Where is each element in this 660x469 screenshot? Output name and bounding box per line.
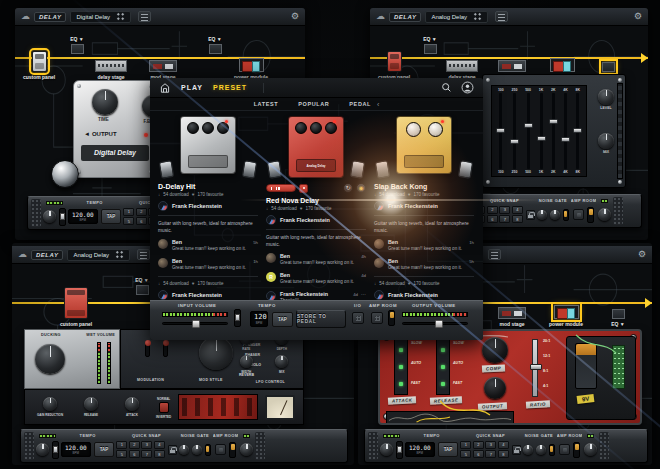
amp-room-toggle[interactable] [573, 442, 580, 458]
cloud-sync-icon[interactable]: ☁ [376, 12, 385, 21]
preset-author[interactable]: Frank Fleckenstein [158, 201, 258, 211]
gate-threshold-knob[interactable] [523, 445, 533, 455]
eq-band-slider-500[interactable] [527, 93, 530, 169]
modulation-toggle-2[interactable] [163, 342, 168, 357]
snapshot-lock-button[interactable] [526, 210, 535, 220]
gate-toggle[interactable] [205, 444, 211, 456]
amp-room-toggle[interactable] [229, 442, 236, 458]
lfo-mix-knob[interactable] [275, 355, 288, 368]
quick-snap-button-8[interactable]: 8 [154, 450, 165, 458]
attack-knob[interactable] [125, 397, 139, 411]
preset-card[interactable]: Analog Delay↻◉Red Nova Delay↓54 download… [266, 114, 366, 300]
quick-snap-button-3[interactable]: 3 [499, 206, 510, 214]
amp-room-button[interactable] [573, 209, 584, 220]
chain-item-delay-stage[interactable]: delay stage [440, 36, 484, 80]
preset-author[interactable]: Frank Fleckenstein [158, 290, 258, 300]
eq-mix-knob[interactable] [598, 133, 614, 149]
amp-room-toggle[interactable] [587, 207, 594, 223]
quick-snap-button-5[interactable]: 5 [116, 450, 127, 458]
preview-player[interactable] [266, 184, 296, 192]
preset-selector[interactable]: Digital Delay [70, 11, 131, 23]
quick-snap-button-5[interactable]: 5 [123, 217, 134, 225]
gear-icon[interactable]: ⚙ [291, 12, 299, 21]
io-button[interactable] [352, 312, 364, 324]
input-fader[interactable] [52, 441, 59, 459]
eq-band-slider-4K[interactable] [564, 93, 567, 169]
output-level-knob[interactable] [598, 208, 611, 221]
stop-button[interactable] [299, 184, 308, 193]
preset-author[interactable]: Frank Fleckenstein [374, 290, 474, 300]
tab-preset[interactable]: PRESET [213, 84, 247, 91]
gate-decay-knob[interactable] [550, 210, 560, 220]
cloud-sync-icon[interactable]: ☁ [21, 12, 30, 21]
input-level-knob[interactable] [43, 210, 56, 223]
polarity-rocker[interactable] [159, 402, 169, 413]
quick-snap-button-7[interactable]: 7 [485, 450, 496, 458]
release-selector[interactable] [436, 339, 450, 395]
quick-snap-button-3[interactable]: 3 [485, 441, 496, 449]
menu-icon[interactable] [137, 249, 150, 260]
input-fader[interactable] [396, 441, 403, 459]
more-options-icon[interactable]: ⋯ [361, 291, 366, 297]
output-level-knob[interactable] [584, 443, 597, 456]
input-level-knob[interactable] [380, 443, 393, 456]
quick-snap-button-4[interactable]: 4 [154, 441, 165, 449]
tab-pedal[interactable]: PEDAL [349, 101, 371, 107]
snapshot-lock-button[interactable] [512, 445, 521, 455]
gear-icon[interactable]: ⚙ [634, 12, 642, 21]
amp-room-button[interactable] [559, 444, 570, 455]
menu-icon[interactable] [138, 11, 151, 22]
tab-latest[interactable]: LATEST [254, 101, 279, 107]
comp-knob[interactable] [482, 337, 508, 363]
ratio-slider[interactable] [532, 339, 538, 397]
eq-band-slider-1K[interactable] [540, 93, 543, 169]
quick-snap-button-6[interactable]: 6 [129, 450, 140, 458]
quick-snap-button-1[interactable]: 1 [116, 441, 127, 449]
lfo-width-knob[interactable] [240, 355, 253, 368]
footswitch-dome[interactable] [51, 160, 79, 188]
quick-snap-button-6[interactable]: 6 [473, 450, 484, 458]
tap-button[interactable]: TAP [272, 312, 293, 327]
chain-item-power-module[interactable]: power module [544, 277, 588, 327]
grid-view-icon[interactable] [473, 12, 482, 21]
input-volume-slider[interactable] [162, 322, 228, 325]
input-level-knob[interactable] [36, 443, 49, 456]
quick-snap-button-7[interactable]: 7 [499, 215, 510, 223]
quick-snap-button-2[interactable]: 2 [136, 208, 147, 216]
quick-snap-button-1[interactable]: 1 [123, 208, 134, 216]
chain-item-mod-stage[interactable]: mod stage [141, 36, 185, 80]
badge-icon[interactable]: ◉ [356, 183, 366, 193]
preset-card[interactable]: D-Delay Hit↓54 download♥170 favouriteFra… [158, 114, 258, 300]
eq-band-slider-2K[interactable] [552, 93, 555, 169]
quick-snap-button-3[interactable]: 3 [141, 441, 152, 449]
quick-snap-button-6[interactable]: 6 [136, 217, 147, 225]
ducking-knob[interactable] [35, 344, 65, 374]
aux-fader[interactable] [234, 309, 241, 327]
input-fader[interactable] [59, 208, 66, 226]
gate-toggle[interactable] [563, 209, 569, 221]
repost-icon[interactable]: ↻ [343, 183, 353, 193]
gate-threshold-knob[interactable] [537, 210, 547, 220]
amp-room-button[interactable] [371, 312, 383, 324]
preset-card[interactable]: Slap Back Kong↓54 download♥170 favourite… [374, 114, 474, 300]
chain-item-delay-stage[interactable]: delay stage [89, 36, 133, 80]
grid-view-icon[interactable] [115, 250, 124, 259]
tap-button[interactable]: TAP [101, 209, 122, 224]
preset-author[interactable]: Frank Fleckenstein [266, 215, 366, 225]
grid-view-icon[interactable] [116, 12, 125, 21]
polarity-switch[interactable]: NORMAL INVERTED [156, 396, 171, 419]
menu-icon[interactable] [495, 11, 508, 22]
time-knob[interactable] [92, 89, 118, 115]
chain-item-power-module[interactable]: power module [229, 36, 273, 80]
gain-reduction-knob[interactable] [43, 397, 57, 411]
output-knob[interactable] [484, 377, 506, 399]
output-level-knob[interactable] [240, 443, 253, 456]
eq-level-knob[interactable] [598, 89, 614, 105]
quick-snap-button-1[interactable]: 1 [460, 441, 471, 449]
tap-button[interactable]: TAP [94, 442, 115, 457]
home-icon[interactable] [159, 82, 171, 94]
chevron-left-icon[interactable]: ‹ [377, 101, 379, 108]
quick-snap-button-8[interactable]: 8 [512, 215, 523, 223]
quick-snap-button-6[interactable]: 6 [487, 215, 498, 223]
output-volume-slider[interactable] [402, 322, 468, 325]
